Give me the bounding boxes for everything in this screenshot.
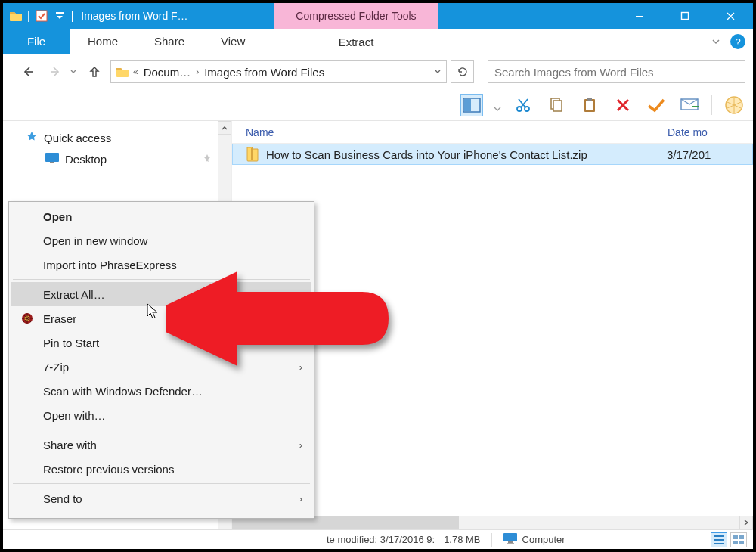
menu-eraser[interactable]: Eraser: [11, 306, 311, 330]
svg-rect-18: [251, 148, 253, 160]
menu-send-to[interactable]: Send to›: [11, 486, 311, 510]
column-name[interactable]: Name: [232, 126, 663, 138]
details-view-button[interactable]: [711, 532, 727, 547]
chevron-right-icon: ›: [299, 439, 302, 451]
shell-icon[interactable]: [723, 94, 745, 116]
compressed-folder-tools-tab: Compressed Folder Tools: [274, 3, 438, 29]
svg-rect-12: [587, 98, 592, 101]
column-date[interactable]: Date mo: [663, 126, 753, 138]
address-bar-row: « Docum… › Images from Word Files: [3, 54, 753, 89]
column-headers: Name Date mo: [232, 121, 753, 144]
menu-extract-all[interactable]: Extract All…: [11, 282, 311, 306]
menu-separator: [13, 513, 310, 513]
refresh-button[interactable]: [451, 60, 474, 83]
qat-dropdown-icon[interactable]: [53, 9, 67, 23]
toolbar: [3, 89, 753, 121]
pin-icon: [203, 154, 212, 165]
star-icon: [26, 131, 38, 145]
menu-open-new-window[interactable]: Open in new window: [11, 228, 311, 253]
file-date: 3/17/201: [662, 148, 711, 161]
file-row[interactable]: How to Scan Business Cards into Your iPh…: [232, 144, 753, 165]
minimize-button[interactable]: [617, 3, 662, 29]
recent-locations-dropdown[interactable]: [68, 68, 79, 76]
close-button[interactable]: [708, 3, 753, 29]
maximize-button[interactable]: [662, 3, 708, 29]
scroll-up-button[interactable]: [218, 121, 231, 135]
menu-share-with[interactable]: Share with›: [11, 433, 311, 457]
titlebar: | | Images from Word F… Compressed Folde…: [3, 3, 753, 29]
menu-open-with[interactable]: Open with…: [11, 403, 311, 427]
email-button[interactable]: [678, 94, 701, 116]
eraser-icon: [20, 312, 34, 325]
sidebar-item-desktop[interactable]: Desktop: [3, 148, 231, 169]
chevron-right-icon: ›: [299, 493, 302, 504]
cut-button[interactable]: [512, 94, 534, 116]
breadcrumb-segment[interactable]: Docum…: [141, 66, 194, 79]
svg-rect-24: [714, 543, 724, 544]
view-tab[interactable]: View: [203, 29, 263, 54]
file-name: How to Scan Business Cards into Your iPh…: [262, 148, 662, 161]
icons-view-button[interactable]: [730, 532, 747, 547]
toolbar-separator: [711, 95, 712, 115]
copy-button[interactable]: [545, 94, 568, 116]
menu-import-phraseexpress[interactable]: Import into PhraseExpress: [11, 253, 311, 277]
forward-button[interactable]: [44, 60, 67, 83]
sidebar-item-label: Quick access: [44, 132, 111, 144]
chevron-icon: «: [131, 67, 141, 77]
svg-rect-25: [733, 535, 738, 539]
menu-pin-to-start[interactable]: Pin to Start: [11, 330, 311, 355]
menu-open[interactable]: Open: [11, 204, 311, 228]
svg-rect-19: [503, 533, 517, 541]
status-bar: te modified: 3/17/2016 9: 1.78 MB Comput…: [3, 529, 753, 549]
preview-pane-button[interactable]: [460, 94, 483, 116]
computer-icon: [503, 532, 518, 547]
scroll-right-button[interactable]: [739, 516, 753, 529]
folder-icon: [114, 64, 131, 80]
chevron-right-icon: ›: [194, 67, 201, 77]
up-button[interactable]: [83, 60, 106, 83]
menu-separator: [13, 483, 310, 484]
paste-button[interactable]: [578, 94, 601, 116]
menu-scan-defender[interactable]: Scan with Windows Defender…: [11, 379, 311, 403]
menu-restore-versions[interactable]: Restore previous versions: [11, 457, 311, 481]
sidebar-item-quick-access[interactable]: Quick access: [3, 127, 231, 148]
svg-rect-22: [714, 535, 724, 537]
file-tab[interactable]: File: [3, 29, 70, 54]
breadcrumb-segment[interactable]: Images from Word Files: [201, 66, 327, 79]
svg-rect-14: [692, 106, 699, 107]
svg-rect-17: [50, 162, 54, 163]
zip-file-icon: [243, 147, 262, 162]
menu-separator: [13, 279, 310, 280]
svg-rect-16: [45, 153, 59, 162]
svg-rect-2: [636, 16, 643, 17]
sidebar-item-label: Desktop: [65, 153, 107, 166]
svg-rect-3: [682, 13, 689, 20]
status-modified-value: 3/17/2016 9:: [380, 534, 435, 545]
svg-rect-20: [508, 541, 513, 543]
svg-rect-11: [586, 101, 593, 110]
explorer-window: | | Images from Word F… Compressed Folde…: [0, 0, 756, 552]
back-button[interactable]: [17, 60, 39, 83]
ribbon-collapse-icon[interactable]: [711, 29, 721, 54]
address-dropdown-icon[interactable]: [429, 68, 446, 76]
titlebar-sep: |: [27, 10, 30, 22]
status-computer: Computer: [522, 534, 565, 545]
rename-button[interactable]: [645, 94, 668, 116]
home-tab[interactable]: Home: [70, 29, 136, 54]
address-bar[interactable]: « Docum… › Images from Word Files: [110, 60, 447, 83]
status-modified-label: te modified:: [327, 534, 377, 545]
svg-rect-21: [507, 543, 514, 544]
svg-rect-23: [714, 539, 724, 541]
checkbox-icon: [35, 9, 48, 23]
search-input[interactable]: [488, 60, 745, 83]
view-buttons: [711, 532, 747, 547]
extract-tab[interactable]: Extract: [274, 29, 438, 54]
delete-button[interactable]: [612, 94, 634, 116]
share-tab[interactable]: Share: [136, 29, 203, 54]
help-button[interactable]: ?: [730, 29, 745, 54]
menu-7zip[interactable]: 7-Zip›: [11, 355, 311, 379]
svg-rect-5: [464, 99, 471, 111]
svg-rect-9: [553, 101, 562, 111]
svg-rect-26: [739, 535, 744, 539]
desktop-icon: [45, 153, 59, 166]
